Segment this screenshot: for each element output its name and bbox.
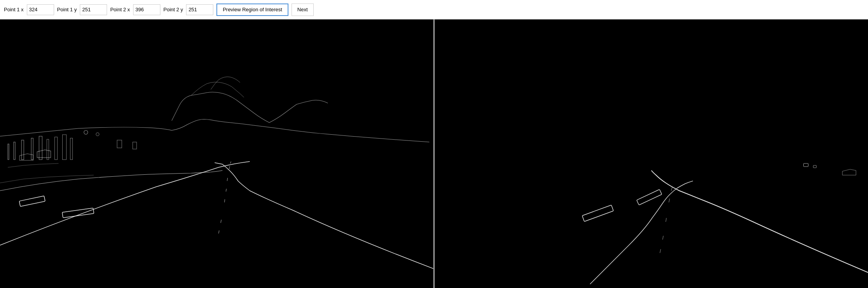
- point2x-input[interactable]: [133, 4, 160, 15]
- left-road-canvas: [0, 19, 433, 288]
- point2y-label: Point 2 y: [163, 7, 183, 12]
- next-button[interactable]: Next: [292, 4, 314, 16]
- point1x-label: Point 1 x: [4, 7, 24, 12]
- left-image-panel: [0, 19, 433, 288]
- right-road-canvas: [435, 19, 868, 288]
- toolbar: Point 1 x Point 1 y Point 2 x Point 2 y …: [0, 0, 868, 19]
- preview-region-button[interactable]: Preview Region of Interest: [216, 4, 288, 16]
- svg-rect-16: [435, 19, 868, 288]
- point1y-input[interactable]: [80, 4, 107, 15]
- point1x-input[interactable]: [27, 4, 54, 15]
- images-container: [0, 19, 868, 288]
- right-image-panel: [433, 19, 868, 288]
- point1y-label: Point 1 y: [57, 7, 77, 12]
- svg-rect-0: [0, 19, 433, 288]
- point2x-label: Point 2 x: [110, 7, 130, 12]
- point2y-input[interactable]: [186, 4, 213, 15]
